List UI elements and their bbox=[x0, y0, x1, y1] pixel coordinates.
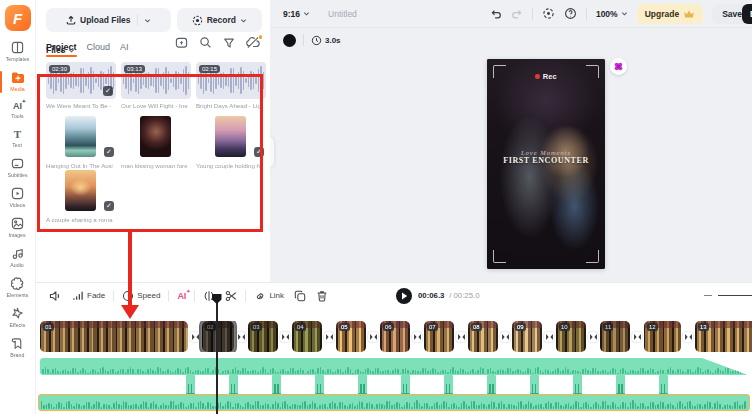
audio-thumbnail[interactable]: 03:13 ✓ bbox=[121, 62, 191, 99]
transition-button[interactable] bbox=[632, 332, 642, 342]
upgrade-button[interactable]: Upgrade bbox=[637, 4, 703, 24]
record-button[interactable]: Record bbox=[177, 8, 262, 32]
selected-checkbox[interactable]: ✓ bbox=[104, 147, 114, 157]
sidebar-item-templates[interactable]: Templates bbox=[0, 37, 36, 67]
sidebar-item-ai-tools[interactable]: AI✦ Tools bbox=[0, 97, 36, 124]
media-tab[interactable]: Cloud bbox=[87, 42, 111, 57]
undo-button[interactable] bbox=[490, 8, 502, 20]
screen-focus-icon[interactable] bbox=[542, 7, 555, 20]
media-tab[interactable]: AI bbox=[120, 42, 129, 57]
scissors-button[interactable] bbox=[225, 290, 237, 302]
transition-button[interactable] bbox=[412, 332, 422, 342]
chevron-down-icon[interactable] bbox=[240, 17, 247, 24]
new-folder-icon[interactable] bbox=[175, 36, 188, 49]
aspect-ratio-select[interactable]: 9:16 bbox=[283, 9, 310, 19]
sfx-clip[interactable] bbox=[186, 374, 195, 395]
transition-button[interactable] bbox=[190, 332, 200, 342]
video-clip[interactable]: 04 bbox=[292, 321, 322, 352]
audio-thumbnail[interactable]: 02:15 ✓ bbox=[196, 62, 266, 99]
video-clip[interactable]: 08 bbox=[468, 321, 498, 352]
zoom-level-select[interactable]: 100% bbox=[596, 9, 628, 19]
duplicate-button[interactable] bbox=[294, 290, 306, 302]
sidebar-item-images[interactable]: Images bbox=[0, 213, 36, 243]
sidebar-item-brand[interactable]: Brand bbox=[0, 333, 36, 363]
selected-checkbox[interactable]: ✓ bbox=[103, 86, 113, 96]
color-swatch[interactable] bbox=[283, 34, 296, 47]
video-clip[interactable]: 09 bbox=[512, 321, 542, 352]
sfx-clip[interactable] bbox=[229, 374, 238, 395]
transition-button[interactable] bbox=[236, 332, 246, 342]
voiceover-track-selected[interactable] bbox=[38, 394, 750, 411]
sfx-clip[interactable] bbox=[659, 374, 668, 395]
ai-tools-button[interactable]: AI✦ bbox=[177, 291, 186, 301]
selected-checkbox[interactable]: ✓ bbox=[104, 201, 114, 211]
zoom-out-button[interactable] bbox=[704, 295, 712, 297]
preview-canvas[interactable]: Rec Love Moments FIRST ENCOUNTER bbox=[487, 59, 605, 269]
video-caption[interactable]: Love Moments FIRST ENCOUNTER bbox=[487, 149, 605, 165]
video-clip[interactable]: 12 bbox=[644, 321, 681, 352]
timeline-zoom-slider[interactable] bbox=[718, 295, 752, 297]
delete-button[interactable] bbox=[316, 290, 328, 302]
filter-icon[interactable] bbox=[223, 37, 235, 49]
audio-thumbnail[interactable]: 02:30 ✓ bbox=[46, 62, 116, 99]
transition-button[interactable] bbox=[368, 332, 378, 342]
sfx-clip[interactable] bbox=[444, 374, 453, 395]
duration-control[interactable]: 3.0s bbox=[311, 35, 341, 46]
volume-button[interactable] bbox=[49, 290, 62, 302]
video-clip[interactable]: 03 bbox=[248, 321, 278, 352]
video-clip[interactable]: 01 bbox=[40, 321, 188, 352]
sidebar-item-label: Media bbox=[10, 86, 24, 92]
sfx-clip[interactable] bbox=[616, 374, 625, 395]
sfx-clip[interactable] bbox=[358, 374, 367, 395]
play-button[interactable] bbox=[396, 288, 412, 304]
video-clip[interactable]: 06 bbox=[380, 321, 410, 352]
transition-button[interactable] bbox=[324, 332, 334, 342]
sidebar-item-effects[interactable]: Effects bbox=[0, 303, 36, 333]
image-thumbnail[interactable] bbox=[215, 116, 246, 157]
transition-button[interactable] bbox=[683, 332, 693, 342]
transition-button[interactable] bbox=[456, 332, 466, 342]
transition-button[interactable] bbox=[500, 332, 510, 342]
image-thumbnail[interactable] bbox=[140, 116, 171, 157]
video-clip[interactable]: 13 bbox=[695, 321, 752, 352]
sidebar-item-subtitles[interactable]: Subtitles bbox=[0, 153, 36, 183]
sticker-button[interactable] bbox=[610, 58, 627, 75]
sidebar-item-text[interactable]: T Text bbox=[0, 124, 36, 153]
sfx-clip[interactable] bbox=[487, 374, 496, 395]
redo-button[interactable] bbox=[511, 8, 523, 20]
sidebar-item-videos[interactable]: Videos bbox=[0, 183, 36, 213]
image-thumbnail[interactable] bbox=[65, 170, 96, 211]
video-clip[interactable]: 02 bbox=[202, 321, 234, 352]
upload-files-button[interactable]: Upload Files bbox=[46, 8, 171, 32]
timeline[interactable]: 01 02 03 04 05 bbox=[36, 308, 752, 414]
transition-button[interactable] bbox=[280, 332, 290, 342]
video-clip[interactable]: 05 bbox=[336, 321, 366, 352]
export-button[interactable]: Export bbox=[742, 4, 752, 24]
sidebar-item-media[interactable]: Media bbox=[0, 67, 36, 97]
transition-button[interactable] bbox=[588, 332, 598, 342]
sfx-clip[interactable] bbox=[315, 374, 324, 395]
sidebar-item-elements[interactable]: Elements bbox=[0, 273, 36, 303]
link-button[interactable]: Link bbox=[254, 290, 284, 302]
sfx-clip[interactable] bbox=[272, 374, 281, 395]
project-title[interactable]: Untitled bbox=[328, 9, 357, 19]
video-clip[interactable]: 10 bbox=[556, 321, 586, 352]
sfx-clip[interactable] bbox=[530, 374, 539, 395]
sfx-clip[interactable] bbox=[573, 374, 582, 395]
music-track[interactable] bbox=[40, 358, 748, 375]
playhead[interactable] bbox=[216, 296, 218, 414]
transition-button[interactable] bbox=[544, 332, 554, 342]
chevron-down-icon[interactable] bbox=[144, 17, 151, 24]
sidebar-item-audio[interactable]: Audio bbox=[0, 243, 36, 273]
sfx-clip[interactable] bbox=[401, 374, 410, 395]
media-tab[interactable]: Project bbox=[46, 42, 77, 57]
help-button[interactable] bbox=[564, 7, 577, 20]
video-clip[interactable]: 07 bbox=[424, 321, 454, 352]
sync-off-icon[interactable] bbox=[246, 36, 260, 49]
fade-button[interactable]: Fade bbox=[72, 290, 105, 301]
image-thumbnail[interactable] bbox=[65, 116, 96, 157]
search-icon[interactable] bbox=[199, 36, 212, 49]
app-logo-icon[interactable]: F bbox=[5, 5, 31, 31]
video-clip[interactable]: 11 bbox=[600, 321, 630, 352]
selected-checkbox[interactable]: ✓ bbox=[254, 147, 264, 157]
